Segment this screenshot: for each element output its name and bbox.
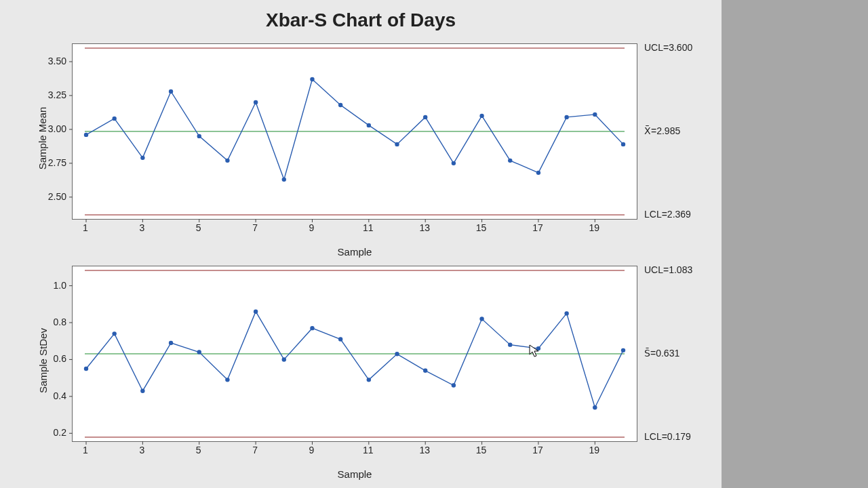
x-tick: 11 xyxy=(363,445,374,455)
x-tick: 9 xyxy=(309,445,315,455)
svg-point-10 xyxy=(282,178,286,182)
s-panel: Sample StDev 0.20.40.60.81.0 UCL=1.083S̄… xyxy=(16,259,705,462)
svg-point-60 xyxy=(621,348,625,352)
y-tick: 2.75 xyxy=(48,157,66,168)
x-tick: 3 xyxy=(139,222,144,233)
svg-point-57 xyxy=(536,346,540,350)
y-tick: 0.4 xyxy=(54,390,66,401)
svg-point-17 xyxy=(479,114,484,118)
svg-point-3 xyxy=(84,133,88,137)
svg-point-20 xyxy=(564,115,568,119)
svg-point-54 xyxy=(452,383,456,387)
svg-point-14 xyxy=(395,142,399,146)
ucl-label: UCL=3.600 xyxy=(644,42,692,53)
lcl-label: LCL=2.369 xyxy=(644,209,691,220)
x-tick: 19 xyxy=(589,445,600,455)
center-label: X̄̄=2.985 xyxy=(644,125,680,136)
svg-point-47 xyxy=(254,309,258,313)
stage: Xbar-S Chart of Days Sample Mean 2.502.7… xyxy=(0,0,868,488)
plot-area[interactable] xyxy=(72,43,637,220)
x-tick: 7 xyxy=(252,222,258,233)
svg-point-12 xyxy=(338,103,342,107)
svg-point-58 xyxy=(564,311,568,315)
svg-point-11 xyxy=(310,77,314,81)
lcl-label: LCL=0.179 xyxy=(644,431,691,442)
y-tick: 0.2 xyxy=(54,427,66,438)
limit-labels: UCL=3.600X̄̄=2.985LCL=2.369 xyxy=(644,43,705,220)
x-tick: 1 xyxy=(83,445,88,455)
x-tick: 9 xyxy=(309,222,315,233)
svg-point-41 xyxy=(84,367,88,371)
svg-point-53 xyxy=(423,369,427,373)
svg-point-59 xyxy=(593,405,597,409)
svg-point-4 xyxy=(112,117,116,121)
svg-point-50 xyxy=(338,337,342,341)
x-axis-label: Sample xyxy=(72,468,637,480)
svg-point-19 xyxy=(536,171,540,175)
x-tick: 19 xyxy=(589,222,600,233)
x-axis-label: Sample xyxy=(72,246,637,258)
x-tick: 5 xyxy=(196,222,201,233)
svg-point-55 xyxy=(479,317,484,321)
svg-point-21 xyxy=(593,113,597,117)
x-tick: 7 xyxy=(252,445,258,455)
svg-point-7 xyxy=(197,134,201,138)
y-axis-ticks: 0.20.40.60.81.0 xyxy=(16,266,66,442)
svg-point-9 xyxy=(254,100,258,104)
svg-point-8 xyxy=(225,159,229,163)
svg-point-44 xyxy=(169,341,173,345)
x-axis-ticks: 135791113151719 xyxy=(72,222,637,236)
svg-point-46 xyxy=(225,378,229,382)
xbar-panel: Sample Mean 2.502.753.003.253.50 UCL=3.6… xyxy=(16,37,705,240)
x-tick: 17 xyxy=(532,445,543,455)
svg-point-15 xyxy=(423,115,427,119)
svg-point-18 xyxy=(508,159,512,163)
x-tick: 15 xyxy=(476,445,487,455)
svg-point-42 xyxy=(112,331,116,336)
svg-point-22 xyxy=(621,142,625,146)
x-tick: 17 xyxy=(532,222,543,233)
svg-point-45 xyxy=(197,350,201,354)
chart-title: Xbar-S Chart of Days xyxy=(0,0,722,37)
svg-point-6 xyxy=(169,89,173,94)
y-tick: 2.50 xyxy=(48,191,66,202)
x-tick: 13 xyxy=(419,445,430,455)
svg-point-49 xyxy=(310,326,314,330)
x-tick: 1 xyxy=(83,222,88,233)
x-tick: 13 xyxy=(419,222,430,233)
y-tick: 0.6 xyxy=(54,353,66,364)
svg-point-48 xyxy=(282,357,286,361)
x-tick: 15 xyxy=(476,222,487,233)
limit-labels: UCL=1.083S̄=0.631LCL=0.179 xyxy=(644,266,705,442)
x-tick: 11 xyxy=(363,222,374,233)
y-axis-ticks: 2.502.753.003.253.50 xyxy=(16,43,66,220)
y-tick: 3.00 xyxy=(48,123,66,134)
ucl-label: UCL=1.083 xyxy=(644,264,692,275)
y-tick: 3.25 xyxy=(48,89,66,100)
svg-point-52 xyxy=(395,352,399,356)
plot-area[interactable] xyxy=(72,266,637,442)
svg-point-51 xyxy=(367,378,371,382)
x-axis-ticks: 135791113151719 xyxy=(72,445,637,458)
document-area: Xbar-S Chart of Days Sample Mean 2.502.7… xyxy=(0,0,722,488)
y-tick: 3.50 xyxy=(48,56,66,66)
x-tick: 3 xyxy=(139,445,144,455)
y-tick: 1.0 xyxy=(54,280,66,291)
x-tick: 5 xyxy=(196,445,201,455)
svg-point-43 xyxy=(140,388,144,392)
svg-point-16 xyxy=(452,161,456,165)
svg-point-13 xyxy=(367,123,371,127)
svg-point-5 xyxy=(140,156,144,160)
y-tick: 0.8 xyxy=(54,317,66,327)
svg-point-56 xyxy=(508,342,512,346)
center-label: S̄=0.631 xyxy=(644,348,679,359)
